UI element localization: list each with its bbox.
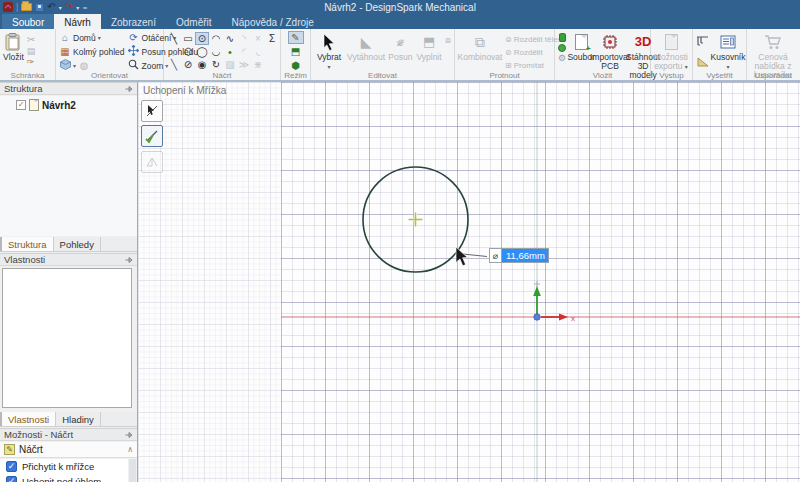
construction-line-tool-icon[interactable]: ╲ xyxy=(167,58,181,71)
sketch-mode-icon[interactable]: ✎ xyxy=(288,31,304,44)
arc-rotate-tool-icon[interactable]: ↻ xyxy=(209,58,223,71)
home-view-button[interactable]: ⌂ Domů ▾ xyxy=(59,31,101,44)
sketch-tool-grid: ╲▭⊙◠∿◝×Σ◞⬡◯◡•◜◟╲⊘◉↻▨≫⋇ xyxy=(167,32,279,71)
3d-models-icon: 3D xyxy=(635,33,652,51)
pin-icon[interactable] xyxy=(125,256,133,264)
combine-label: Kombinovat xyxy=(458,53,503,62)
section-mode-icon[interactable]: ⬒ xyxy=(288,45,304,58)
arc-3pt-tool-icon[interactable]: ◠ xyxy=(209,32,223,45)
fill-icon: ⬒ xyxy=(423,33,435,51)
spline-tool-icon[interactable]: ∿ xyxy=(223,32,237,45)
section-label-arrange: Uspořádat xyxy=(747,71,799,80)
app-logo-icon[interactable]: ◠ xyxy=(3,2,13,12)
ellipse-arc-tool-icon[interactable]: ⊘ xyxy=(181,58,195,71)
offset-tool-icon: ≫ xyxy=(237,58,251,71)
app-window: ◠ | ↶ ▾ ↷ ▾ ≂ Návrh2 - DesignSpark Mecha… xyxy=(0,0,800,482)
tab-properties[interactable]: Vlastnosti xyxy=(0,412,56,426)
undo-caret-icon[interactable]: ▾ xyxy=(59,4,62,11)
paste-button[interactable]: Vložit xyxy=(3,31,24,62)
tree-item-design[interactable]: ✓ Návrh2 xyxy=(0,96,137,111)
pin-icon[interactable] xyxy=(125,85,133,93)
select-points-minibutton[interactable] xyxy=(141,100,163,122)
caliper-icon[interactable] xyxy=(696,33,709,51)
menu-tab-odm-it[interactable]: Odměřit xyxy=(166,14,222,29)
sweep-arc-tool-icon[interactable]: ◡ xyxy=(209,45,223,58)
tree-checkbox-icon[interactable]: ✓ xyxy=(16,100,26,110)
properties-panel-title: Vlastnosti xyxy=(4,254,45,265)
ribbon-section-insert: ⚙ + Soubor Importovat PCB 3D Stáhnout 3D… xyxy=(555,29,651,80)
customize-toolbar-icon[interactable]: ≂ xyxy=(82,4,87,11)
structure-panel-title: Struktura xyxy=(4,83,43,94)
section-label-intersect: Protnout xyxy=(455,71,554,80)
option-row[interactable]: ✓Přichytit k mřížce xyxy=(0,459,128,474)
section-label-insert: Vložit xyxy=(555,71,650,80)
diameter-symbol: ⌀ xyxy=(489,248,502,263)
fill-label: Vyplnit xyxy=(416,53,441,62)
split-label: Rozdělit xyxy=(514,48,543,57)
insert-cylinder-icon[interactable] xyxy=(559,33,566,42)
undo-icon[interactable]: ↶ xyxy=(47,2,55,12)
circle-tool-icon[interactable]: ⊙ xyxy=(195,32,209,45)
cut-icon: ✂ xyxy=(27,34,35,45)
format-painter-icon[interactable]: ✑ xyxy=(27,57,35,67)
tab-layers[interactable]: Hladiny xyxy=(56,412,101,426)
confirm-sketch-minibutton[interactable] xyxy=(141,125,163,147)
insert-sphere-icon[interactable] xyxy=(558,44,566,52)
save-icon[interactable] xyxy=(35,3,44,12)
ribbon-section-edit: Vybrat ▾ ◣ Vytáhnout ⸙ Posun ⬒ Vyplnit ⧈… xyxy=(311,29,455,80)
sketch-canvas[interactable]: Uchopení k Mřížka xyxy=(138,82,800,482)
circle-center-marker[interactable] xyxy=(409,213,423,227)
mirror-tool-icon: ▨ xyxy=(223,58,237,71)
export-icon xyxy=(665,33,678,51)
rectangle-tool-icon[interactable]: ▭ xyxy=(181,32,195,45)
properties-panel-header: Vlastnosti xyxy=(0,253,137,266)
tab-structure[interactable]: Struktura xyxy=(0,237,54,251)
split-body-icon: ⊜ xyxy=(505,35,512,44)
pan-icon xyxy=(128,45,140,58)
checkbox-icon[interactable]: ✓ xyxy=(6,461,17,472)
dropdown-caret-icon[interactable]: ▾ xyxy=(328,64,331,70)
import-pcb-button[interactable]: Importovat PCB xyxy=(596,31,624,71)
split-button: ⊘ Rozdělit xyxy=(505,46,543,58)
options-scrollbar[interactable] xyxy=(129,459,136,482)
equation-tool-icon[interactable]: Σ xyxy=(265,32,279,45)
dropdown-caret-icon[interactable]: ▾ xyxy=(726,64,729,70)
menu-tab-zobrazen-[interactable]: Zobrazení xyxy=(101,14,166,29)
cursor-icon xyxy=(322,33,336,51)
menu-tab-soubor[interactable]: Soubor xyxy=(2,14,54,29)
menu-tab-n-pov-da-zdroje[interactable]: Nápověda / Zdroje xyxy=(222,14,324,29)
dimension-input[interactable]: 11,66mm xyxy=(502,248,549,263)
collapse-chevron-icon[interactable]: ∧ xyxy=(127,445,133,454)
export-options-label: Možnosti exportu xyxy=(654,52,688,71)
ribbon-section-sketch: ╲▭⊙◠∿◝×Σ◞⬡◯◡•◜◟╲⊘◉↻▨≫⋇ Náčrt xyxy=(164,29,281,80)
menu-tab-n-vrh[interactable]: Návrh xyxy=(54,14,101,29)
line-tool-icon[interactable]: ╲ xyxy=(167,32,181,45)
checkbox-icon[interactable]: ✓ xyxy=(6,476,17,482)
redo-icon[interactable]: ↷ xyxy=(65,2,73,12)
tangent-circle-tool-icon[interactable]: ◉ xyxy=(195,58,209,71)
redo-caret-icon[interactable]: ▾ xyxy=(76,4,79,11)
diameter-dimension[interactable]: ⌀ 11,66mm xyxy=(489,248,549,263)
ellipse-tool-icon[interactable]: ◯ xyxy=(195,45,209,58)
pin-icon[interactable] xyxy=(125,431,133,439)
option-row[interactable]: ✓Uchopit pod úhlem xyxy=(0,474,128,482)
section-label-investigate: Vyšetřit xyxy=(693,71,746,80)
dropdown-caret-icon[interactable]: ▾ xyxy=(98,34,101,41)
options-panel-header: Možnosti - Náčrt xyxy=(0,428,137,441)
x-axis-arrow xyxy=(541,313,568,320)
pcb-icon xyxy=(602,33,618,51)
ribbon-section-clipboard: Vložit ✂ ▤ ✑ Schránka xyxy=(0,29,56,80)
origin-point[interactable] xyxy=(534,314,540,320)
polygon-tool-icon[interactable]: ⬡ xyxy=(181,45,195,58)
edit-extra-icon: ⧈ xyxy=(445,31,451,46)
select-button[interactable]: Vybrat ▾ xyxy=(314,31,344,70)
dropdown-caret-icon[interactable]: ▾ xyxy=(73,62,76,69)
plan-view-button[interactable]: ▦ Kolmý pohled xyxy=(59,45,125,58)
open-folder-icon[interactable] xyxy=(21,3,32,11)
bom-list-icon xyxy=(720,33,736,51)
tab-views[interactable]: Pohledy xyxy=(54,237,101,251)
options-group-sketch[interactable]: ✎ Náčrt ∧ xyxy=(0,442,137,458)
angle-tool-icon[interactable] xyxy=(697,53,709,71)
point-tool-icon[interactable]: • xyxy=(223,45,237,58)
bom-button[interactable]: Kusovník ▾ xyxy=(712,31,744,70)
